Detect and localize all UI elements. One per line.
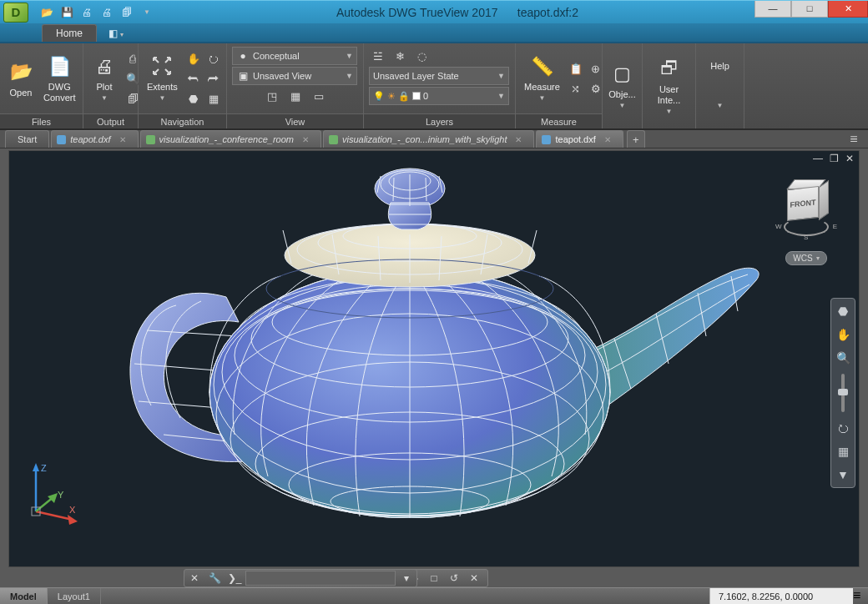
dwg-convert-button[interactable]: 📄 DWG Convert — [40, 46, 79, 111]
list-icon[interactable]: 📋 — [567, 59, 585, 78]
showmotion-icon[interactable]: ▦ — [204, 89, 223, 108]
document-icon: 📄 — [47, 53, 72, 78]
panel-view-label: View — [227, 113, 363, 128]
showmotion-icon[interactable]: ▦ — [834, 442, 852, 461]
close-icon[interactable]: ✕ — [185, 571, 204, 586]
tab-home[interactable]: Home — [42, 24, 97, 42]
wcs-badge[interactable]: WCS▾ — [785, 251, 826, 265]
viewcube-front-face[interactable]: FRONT — [787, 186, 819, 221]
named-view-dropdown[interactable]: ▣Unsaved View ▼ — [232, 67, 357, 85]
tab-plug-icon[interactable]: ◧ ▾ — [98, 25, 134, 42]
stop-icon[interactable]: □ — [426, 571, 442, 586]
maximize-button[interactable]: □ — [791, 1, 828, 18]
panel-objects[interactable]: ▢ Obje... ▼ — [603, 43, 643, 128]
modelspace-tab[interactable]: Model — [0, 588, 48, 604]
panel-help[interactable]: Help ▼ — [696, 43, 744, 128]
pan-icon[interactable]: ✋ — [184, 49, 203, 68]
panel-output-label: Output — [83, 113, 138, 128]
measure-button[interactable]: 📏 Measure ▼ — [521, 46, 563, 111]
zoom-previous-icon[interactable]: ⮪ — [184, 69, 203, 88]
viewport[interactable]: — ❐ ✕ FRONT W E S WCS▾ ⬣ ✋ 🔍 ⭮ ▦ ▼ — [8, 150, 860, 567]
chevron-right-icon[interactable]: ❯_ — [225, 571, 244, 586]
layer-freeze-icon[interactable]: ❄ — [391, 47, 409, 65]
viewport-icon[interactable]: ▭ — [310, 87, 328, 105]
current-layer-dropdown[interactable]: 💡 ☀ 🔒 0 ▼ — [369, 87, 509, 105]
layer-properties-icon[interactable]: ☱ — [369, 47, 387, 65]
command-input[interactable] — [245, 571, 396, 586]
tab-conference-room[interactable]: visualization_-_conference_room✕ — [140, 130, 321, 148]
status-bar: Model Layout1 7.1602, 8.2256, 0.0000 ≡ — [0, 587, 868, 604]
loop-icon[interactable]: ↺ — [446, 571, 462, 586]
pan-icon[interactable]: ✋ — [834, 325, 852, 344]
tab-teapot-2[interactable]: teapot.dxf✕ — [536, 130, 623, 148]
viewcube-side-face[interactable] — [819, 180, 829, 220]
tab-label: visualization_-_conference_room — [159, 134, 294, 144]
tab-start-label: Start — [18, 134, 37, 144]
windows-icon: 🗗 — [657, 56, 682, 81]
close-button[interactable]: ✕ — [828, 1, 868, 18]
ucs-x-label: X — [69, 505, 76, 515]
visual-style-dropdown[interactable]: ●Conceptual ▼ — [232, 47, 357, 65]
tabs-menu-icon[interactable]: ≡ — [845, 130, 863, 148]
close-icon[interactable]: ✕ — [844, 153, 855, 164]
orbit-icon[interactable]: ⭮ — [834, 419, 852, 437]
ucs-icon[interactable]: ⤭ — [567, 79, 585, 98]
layer-state-dropdown[interactable]: Unsaved Layer State ▼ — [369, 67, 509, 85]
measure-label: Measure — [524, 82, 560, 93]
zoom-slider[interactable] — [841, 374, 845, 412]
document-tabs: Start teapot.dxf✕ visualization_-_confer… — [0, 130, 868, 148]
view-icon: ▣ — [236, 69, 250, 83]
steering-wheel-icon[interactable]: ⬣ — [834, 302, 852, 320]
wrench-icon[interactable]: 🔧 — [205, 571, 224, 586]
visual-style-value: Conceptual — [253, 51, 300, 61]
open-folder-icon[interactable]: 📂 — [38, 4, 55, 21]
tab-start[interactable]: Start — [5, 130, 49, 148]
close-icon[interactable]: ✕ — [515, 135, 522, 144]
zoom-icon[interactable]: 🔍 — [834, 349, 852, 367]
tab-teapot-1[interactable]: teapot.dxf✕ — [51, 130, 138, 148]
help-label: Help — [710, 61, 729, 72]
steering-wheel-icon[interactable]: ⬣ — [184, 89, 203, 108]
print-icon[interactable]: 🖨 — [98, 4, 115, 21]
tab-condominium[interactable]: visualization_-_con...inium_with_skyligh… — [323, 130, 534, 148]
view-grid-icon[interactable]: ▦ — [286, 87, 305, 105]
window-title: Autodesk DWG TrueView 2017 teapot.dxf:2 — [160, 6, 754, 19]
print-icon[interactable]: 🖨 — [78, 4, 95, 21]
qat-menu-icon[interactable]: ▼ — [139, 4, 155, 21]
close-icon[interactable]: ✕ — [604, 135, 611, 144]
extents-button[interactable]: Extents ▼ — [144, 46, 181, 111]
navbar-menu-icon[interactable]: ▼ — [834, 466, 852, 484]
status-menu-icon[interactable]: ≡ — [853, 588, 868, 604]
orbit-icon[interactable]: ⭮ — [204, 49, 223, 68]
viewcube[interactable]: FRONT W E S WCS▾ — [777, 181, 835, 265]
save-icon[interactable]: 💾 — [58, 4, 75, 21]
minimize-button[interactable]: — — [754, 1, 791, 18]
extents-icon — [149, 53, 174, 78]
dwg-icon — [146, 135, 155, 144]
title-bar: D 📂 💾 🖨 🖨 🗐 ▼ Autodesk DWG TrueView 2017… — [0, 0, 868, 23]
quick-access-toolbar: 📂 💾 🖨 🖨 🗐 ▼ — [33, 3, 160, 23]
close-icon[interactable]: ✕ — [119, 135, 126, 144]
panel-navigation-label: Navigation — [139, 113, 226, 128]
panel-user-interface[interactable]: 🗗 User Inte... ▼ — [643, 43, 696, 128]
sphere-icon: ● — [236, 49, 250, 63]
layout1-tab[interactable]: Layout1 — [48, 588, 101, 604]
viewcube-compass[interactable]: W E S — [777, 221, 835, 236]
lock-icon: 🔒 — [398, 91, 410, 102]
new-tab-button[interactable]: + — [627, 130, 645, 148]
layer-off-icon[interactable]: ◌ — [412, 47, 431, 65]
minimize-icon[interactable]: — — [811, 153, 825, 164]
close-icon[interactable]: ✕ — [302, 135, 309, 144]
plot-button[interactable]: 🖨 Plot ▼ — [88, 46, 120, 111]
app-icon[interactable]: D — [3, 3, 28, 23]
view-cube-icon[interactable]: ◳ — [263, 87, 281, 105]
restore-icon[interactable]: ❐ — [828, 153, 840, 164]
command-history-icon[interactable]: ▾ — [397, 571, 416, 586]
open-button[interactable]: 📂 Open — [5, 46, 37, 111]
ribbon: 📂 Open 📄 DWG Convert Files 🖨 Plot ▼ ⎙ 🔍 … — [0, 43, 868, 130]
chevron-down-icon: ▼ — [497, 72, 505, 80]
close-icon[interactable]: ✕ — [466, 571, 482, 586]
compass-s: S — [804, 234, 808, 241]
publish-icon[interactable]: 🗐 — [119, 4, 135, 21]
zoom-next-icon[interactable]: ⮫ — [204, 69, 223, 88]
